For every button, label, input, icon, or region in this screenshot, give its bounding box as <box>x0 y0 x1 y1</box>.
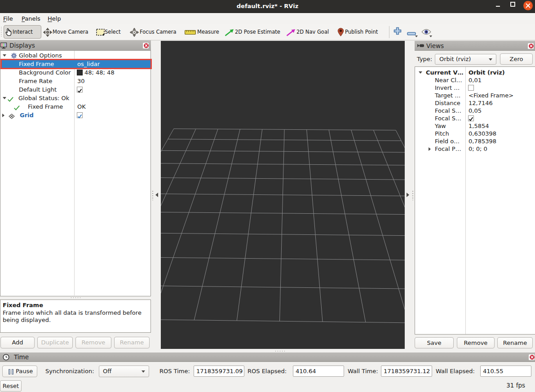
views-row-focal-p-[interactable]: Focal P…0; 0; 0 <box>416 145 535 153</box>
time-close-icon[interactable] <box>528 354 535 361</box>
ros-time-label: ROS Time: <box>159 366 190 377</box>
displays-row-grid[interactable]: Grid <box>1 111 150 119</box>
views-close-icon[interactable] <box>527 43 534 49</box>
expander-right-icon[interactable] <box>2 114 4 117</box>
property-value[interactable]: 0,785398 <box>469 137 496 145</box>
minus-icon[interactable] <box>407 30 416 37</box>
minimize-icon[interactable] <box>496 6 500 7</box>
left-splitter-dots[interactable] <box>152 191 153 200</box>
property-description: Fixed Frame Frame into which all data is… <box>0 300 151 333</box>
views-row-current-v-[interactable]: Current V…Orbit (rviz) <box>416 69 535 76</box>
views-panel-title: Views <box>426 41 444 51</box>
displays-row-global-status-ok[interactable]: Global Status: Ok <box>1 94 150 102</box>
duplicate-display-button[interactable]: Duplicate <box>37 337 73 348</box>
property-value[interactable]: 0,05 <box>469 107 482 115</box>
tool-label: Focus Camera <box>140 24 177 40</box>
ros-time-input[interactable] <box>194 366 244 377</box>
views-row-focal-s-[interactable]: Focal S… <box>416 115 535 122</box>
checkbox-checked[interactable] <box>468 115 474 121</box>
displays-row-frame-rate[interactable]: Frame Rate30 <box>1 77 150 85</box>
zero-button[interactable]: Zero <box>500 53 533 65</box>
displays-row-fixed-frame[interactable]: Fixed FrameOK <box>1 102 150 111</box>
wall-time-label: Wall Time: <box>348 366 378 377</box>
nav-goal-icon <box>286 28 296 38</box>
property-value[interactable]: 12,7146 <box>469 99 493 107</box>
toolbar: InteractMove CameraSelectFocus CameraMea… <box>0 24 535 40</box>
pose-estimate-icon <box>225 28 234 38</box>
collapse-right-panel-icon[interactable] <box>407 193 409 197</box>
menu-item-help[interactable]: Help <box>48 13 61 24</box>
property-label: Yaw <box>435 122 446 130</box>
pause-button[interactable]: Pause <box>2 366 37 377</box>
collapse-left-panel-icon[interactable] <box>155 193 158 197</box>
displays-row-default-light[interactable]: Default Light <box>1 85 150 94</box>
ros-elapsed-input[interactable] <box>293 366 344 377</box>
property-value[interactable]: 0; 0; 0 <box>469 145 487 153</box>
tool-label: Publish Point <box>345 24 378 40</box>
reset-button[interactable]: Reset <box>0 380 22 392</box>
views-row-yaw[interactable]: Yaw1,5854 <box>416 122 535 130</box>
color-swatch <box>77 70 83 75</box>
checkbox-unchecked[interactable] <box>468 85 474 91</box>
chevron-down-icon[interactable] <box>415 35 418 37</box>
expander-right-icon[interactable] <box>429 147 431 151</box>
add-display-button[interactable]: Add <box>0 337 35 348</box>
property-value[interactable]: 0,630398 <box>469 130 496 137</box>
menu-item-file[interactable]: File <box>3 13 13 24</box>
displays-panel-header[interactable]: Displays <box>0 40 151 51</box>
views-row-pitch[interactable]: Pitch0,630398 <box>416 130 535 137</box>
views-row-field-o-[interactable]: Field o…0,785398 <box>416 137 535 145</box>
expander-down-icon[interactable] <box>3 97 6 99</box>
property-label: Focal S… <box>435 107 461 115</box>
menu-item-panels[interactable]: Panels <box>22 13 40 24</box>
plus-icon[interactable] <box>394 27 402 36</box>
property-value[interactable]: 1,5854 <box>469 122 489 130</box>
chevron-down-icon[interactable] <box>429 35 432 37</box>
maximize-icon[interactable] <box>510 2 515 7</box>
right-splitter-dots[interactable] <box>412 191 413 200</box>
render-viewport-3d[interactable] <box>161 41 405 349</box>
rename-display-button[interactable]: Rename <box>114 337 150 348</box>
select-icon <box>96 29 105 37</box>
displays-splitter-handle[interactable] <box>71 297 81 298</box>
time-panel-header[interactable]: Time <box>0 352 535 362</box>
window-title: default.rviz* - RViz <box>0 0 535 13</box>
checkbox-checked[interactable] <box>77 112 83 118</box>
views-panel-header[interactable]: Views <box>415 41 535 51</box>
measure-icon <box>185 30 196 36</box>
property-value[interactable]: 48; 48; 48 <box>84 68 115 77</box>
property-label: Global Status: Ok <box>18 94 69 102</box>
wall-elapsed-input[interactable] <box>480 366 531 377</box>
toolbar-drag-handle[interactable] <box>1 27 2 38</box>
property-label: Fixed Frame <box>28 102 63 111</box>
property-label: Pitch <box>435 130 449 137</box>
wall-time-input[interactable] <box>381 366 432 377</box>
property-value[interactable]: 0,01 <box>469 76 482 84</box>
property-value[interactable]: 30 <box>77 77 85 85</box>
remove-view-button[interactable]: Remove <box>457 337 495 348</box>
expander-down-icon[interactable] <box>419 71 422 74</box>
property-value[interactable]: Orbit (rviz) <box>469 69 505 76</box>
synchronization-dropdown[interactable]: Off <box>99 366 149 377</box>
remove-display-button[interactable]: Remove <box>75 337 111 348</box>
views-row-near-cl-[interactable]: Near Cl…0,01 <box>416 76 535 84</box>
property-value[interactable]: <Fixed Frame> <box>469 92 513 99</box>
save-view-button[interactable]: Save <box>415 337 454 348</box>
displays-row-background-color[interactable]: Background Color48; 48; 48 <box>1 68 150 77</box>
views-type-dropdown[interactable]: Orbit (rviz) <box>435 54 496 65</box>
displays-close-icon[interactable] <box>142 42 149 49</box>
views-row-focal-s-[interactable]: Focal S…0,05 <box>416 107 535 115</box>
rename-view-button[interactable]: Rename <box>497 337 533 348</box>
views-type-value: Orbit (rviz) <box>439 54 471 64</box>
views-row-distance[interactable]: Distance12,7146 <box>416 99 535 107</box>
expander-down-icon[interactable] <box>3 54 6 57</box>
bottom-splitter-dots[interactable] <box>275 351 287 352</box>
tool-label: 2D Nav Goal <box>296 24 329 40</box>
close-icon[interactable] <box>523 1 533 10</box>
views-row-target-[interactable]: Target …<Fixed Frame> <box>416 92 535 99</box>
property-label: Invert … <box>435 84 460 92</box>
views-row-invert-[interactable]: Invert … <box>416 84 535 92</box>
checkbox-checked[interactable] <box>77 87 83 92</box>
property-value[interactable]: OK <box>77 102 86 111</box>
property-label: Frame Rate <box>19 77 52 85</box>
